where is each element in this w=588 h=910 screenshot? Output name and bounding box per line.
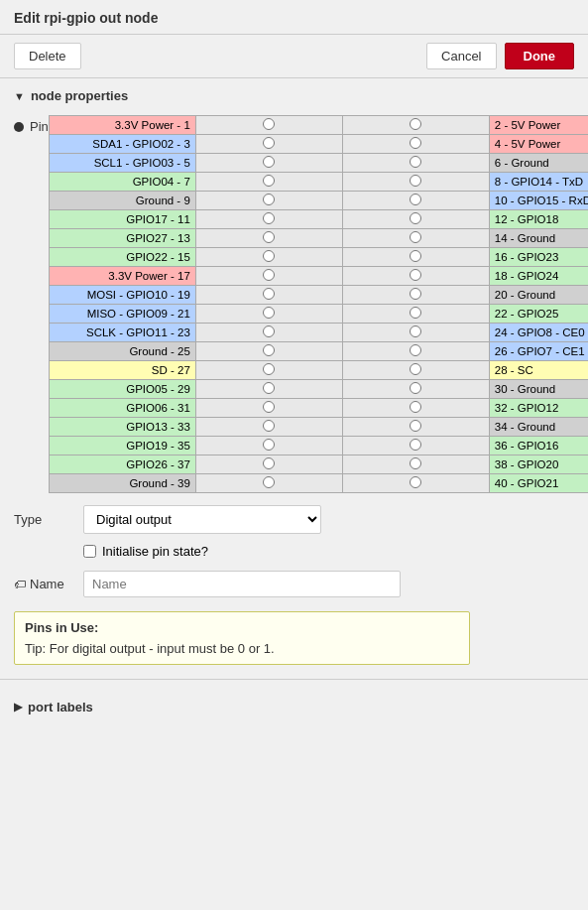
pin-radio-input[interactable] [410,401,421,413]
cancel-button[interactable]: Cancel [426,43,496,69]
node-properties-header[interactable]: ▼ node properties [14,88,574,103]
pin-cell-right[interactable]: 24 - GPIO8 - CE0 [489,324,588,342]
pin-radio-input[interactable] [263,250,275,262]
pin-radio-input[interactable] [410,439,421,451]
pin-cell-right[interactable]: 26 - GPIO7 - CE1 [489,342,588,361]
pin-cell-right[interactable]: 6 - Ground [489,154,588,173]
pin-label: Pin [14,115,49,134]
pin-radio-input[interactable] [410,420,421,432]
pin-cell-right[interactable]: 8 - GPIO14 - TxD [489,173,588,192]
pin-radio-input[interactable] [410,344,421,356]
pin-cell-right[interactable]: 10 - GPIO15 - RxD [489,192,588,210]
pin-cell-left[interactable]: GPIO19 - 35 [49,437,195,455]
pin-radio-input[interactable] [410,194,421,205]
pin-radio-input[interactable] [410,212,421,224]
pin-radio-input[interactable] [410,269,421,281]
node-properties-label: node properties [31,88,128,103]
pin-radio-input[interactable] [410,175,421,187]
pin-radio-input[interactable] [263,194,275,205]
pin-cell-right[interactable]: 14 - Ground [489,229,588,248]
pin-cell-left[interactable]: SD - 27 [49,361,195,380]
pin-cell-right[interactable]: 36 - GPIO16 [489,437,588,455]
pin-radio-input[interactable] [263,344,275,356]
pin-cell-left[interactable]: GPIO13 - 33 [49,418,195,437]
pin-cell-left[interactable]: SDA1 - GPIO02 - 3 [49,135,195,154]
pin-cell-left[interactable]: 3.3V Power - 1 [49,116,195,135]
pin-radio-input[interactable] [410,476,421,488]
pin-radio-input[interactable] [263,156,275,168]
pin-cell-left[interactable]: 3.3V Power - 17 [49,267,195,286]
pin-radio-input[interactable] [410,137,421,149]
pin-cell-left[interactable]: Ground - 9 [49,192,195,210]
pin-cell-right[interactable]: 20 - Ground [489,286,588,305]
name-input[interactable] [83,571,401,597]
pin-radio-input[interactable] [410,363,421,375]
pin-radio-input[interactable] [263,288,275,300]
pin-dot-icon [14,122,24,132]
pin-cell-right[interactable]: 4 - 5V Power [489,135,588,154]
pin-cell-left[interactable]: SCLK - GPIO11 - 23 [49,324,195,342]
pin-radio-input[interactable] [263,363,275,375]
pin-cell-right[interactable]: 30 - Ground [489,380,588,399]
pin-label-text: Pin [30,119,49,134]
pin-cell-right[interactable]: 12 - GPIO18 [489,210,588,229]
pin-radio-input[interactable] [263,401,275,413]
pin-cell-right[interactable]: 38 - GPIO20 [489,455,588,474]
pin-cell-left[interactable]: GPIO06 - 31 [49,399,195,418]
pin-radio-input[interactable] [263,269,275,281]
pin-radio-input[interactable] [263,457,275,469]
pin-cell-left[interactable]: GPIO22 - 15 [49,248,195,267]
pin-radio-input[interactable] [263,476,275,488]
table-row: GPIO27 - 1314 - Ground [49,229,588,248]
pin-radio-input[interactable] [263,118,275,130]
pin-cell-left[interactable]: SCL1 - GPIO03 - 5 [49,154,195,173]
pin-radio-left [195,135,342,154]
pin-radio-input[interactable] [263,420,275,432]
pin-radio-input[interactable] [410,231,421,243]
pin-radio-input[interactable] [410,156,421,168]
pin-cell-left[interactable]: GPIO27 - 13 [49,229,195,248]
pin-radio-input[interactable] [410,288,421,300]
port-labels-header[interactable]: ▶ port labels [14,700,574,715]
initialise-pin-checkbox[interactable] [83,545,96,558]
pin-cell-right[interactable]: 22 - GPIO25 [489,305,588,324]
pin-radio-right [342,154,489,173]
pin-cell-left[interactable]: GPIO17 - 11 [49,210,195,229]
pin-radio-input[interactable] [410,457,421,469]
table-row: MISO - GPIO09 - 2122 - GPIO25 [49,305,588,324]
pin-radio-input[interactable] [263,137,275,149]
pin-cell-left[interactable]: GPIO05 - 29 [49,380,195,399]
pin-cell-left[interactable]: GPIO04 - 7 [49,173,195,192]
pin-cell-right[interactable]: 2 - 5V Power [489,116,588,135]
pin-radio-left [195,267,342,286]
pin-cell-left[interactable]: Ground - 39 [49,474,195,493]
pin-radio-input[interactable] [410,307,421,319]
pin-radio-input[interactable] [263,212,275,224]
table-row: MOSI - GPIO10 - 1920 - Ground [49,286,588,305]
pin-radio-input[interactable] [263,231,275,243]
pin-radio-input[interactable] [263,382,275,394]
pin-cell-right[interactable]: 28 - SC [489,361,588,380]
pin-radio-input[interactable] [410,325,421,337]
name-label-text: Name [30,577,64,591]
pin-radio-input[interactable] [263,175,275,187]
pin-cell-left[interactable]: MISO - GPIO09 - 21 [49,305,195,324]
pin-cell-right[interactable]: 34 - Ground [489,418,588,437]
pin-radio-input[interactable] [263,325,275,337]
delete-button[interactable]: Delete [14,43,81,69]
table-row: GPIO19 - 3536 - GPIO16 [49,437,588,455]
pin-radio-input[interactable] [410,250,421,262]
pin-cell-right[interactable]: 32 - GPIO12 [489,399,588,418]
pin-radio-input[interactable] [410,118,421,130]
pin-cell-left[interactable]: Ground - 25 [49,342,195,361]
pin-cell-right[interactable]: 40 - GPIO21 [489,474,588,493]
pin-radio-input[interactable] [410,382,421,394]
pin-cell-right[interactable]: 16 - GPIO23 [489,248,588,267]
pin-cell-left[interactable]: GPIO26 - 37 [49,455,195,474]
pin-cell-left[interactable]: MOSI - GPIO10 - 19 [49,286,195,305]
type-select[interactable]: Digital outputDigital inputPWM output [83,505,321,534]
pin-radio-input[interactable] [263,307,275,319]
done-button[interactable]: Done [505,43,575,69]
pin-cell-right[interactable]: 18 - GPIO24 [489,267,588,286]
pin-radio-input[interactable] [263,439,275,451]
